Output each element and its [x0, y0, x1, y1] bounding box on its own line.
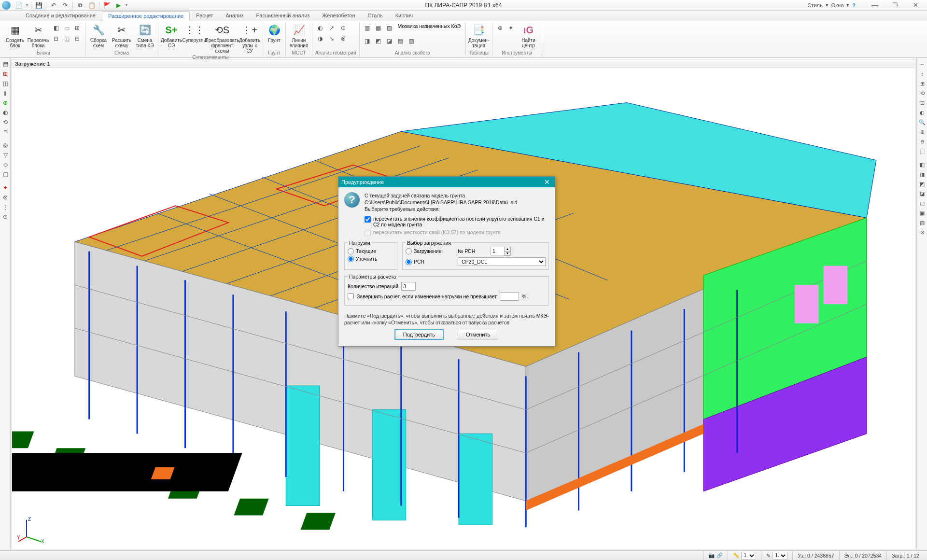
tool-icon[interactable]: ▽ [1, 151, 10, 159]
spin-down[interactable]: ▼ [505, 252, 510, 255]
tool-icon[interactable]: ◨ [918, 170, 927, 179]
sm-icon[interactable]: ◑ [315, 34, 325, 43]
sm-icon[interactable]: ↘ [327, 34, 337, 43]
radio-refine[interactable]: Уточнить [348, 256, 394, 262]
help-icon[interactable]: ? [852, 2, 856, 8]
tool-icon[interactable]: ⟲ [918, 89, 927, 98]
minimize-button[interactable]: — [865, 0, 885, 10]
rsn-spinner[interactable]: ▲▼ [491, 247, 511, 256]
tool-icon[interactable]: ≡ [1, 127, 10, 136]
tool-icon[interactable]: ◪ [918, 189, 927, 198]
tool-icon[interactable]: ⋮ [1, 203, 10, 211]
tab-calc[interactable]: Расчет [190, 11, 219, 21]
convert-fragment-button[interactable]: ⟲SПреобразовать фрагмент схемы [208, 23, 237, 54]
close-button[interactable]: ✕ [906, 0, 925, 10]
sm-icon[interactable]: ▤ [396, 36, 406, 46]
spin-up[interactable]: ▲ [505, 247, 510, 252]
sm-icon[interactable]: ⊗ [338, 34, 348, 43]
sm-icon[interactable]: ◪ [385, 36, 394, 46]
sm-icon[interactable]: ▦ [374, 23, 383, 33]
assemble-button[interactable]: 🔧Сборка схем [88, 23, 109, 48]
documentation-button[interactable]: 📑Докумен-тация [469, 23, 489, 48]
tool-icon[interactable]: ◫ [1, 79, 10, 88]
tool-icon[interactable]: ◧ [918, 160, 927, 169]
tool-icon[interactable]: ↕ [918, 70, 927, 78]
paste-icon[interactable]: 📋 [87, 1, 96, 10]
redo-icon[interactable]: ↷ [61, 1, 70, 10]
scale2-select[interactable]: 1. [772, 552, 787, 560]
tool-icon[interactable]: ▣ [918, 209, 927, 217]
sm-icon[interactable]: ▨ [407, 36, 417, 46]
run-icon[interactable]: ▶ [114, 1, 123, 10]
change-type-button[interactable]: 🔄Смена типа КЭ [135, 23, 155, 48]
tab-ext-analysis[interactable]: Расширенный анализ [250, 11, 316, 21]
add-nodes-su-button[interactable]: ⋮+Добавить узлы к СУ [239, 23, 260, 54]
tool-icon[interactable]: ◎ [1, 141, 10, 150]
sm-icon[interactable]: ▥ [363, 23, 372, 33]
tool-icon[interactable]: ⫿ [1, 89, 10, 98]
tool-icon[interactable]: ▢ [1, 170, 10, 179]
dialog-close-button[interactable]: ✕ [542, 178, 552, 186]
sm-icon[interactable]: ◫ [62, 34, 71, 43]
undo-icon[interactable]: ↶ [49, 1, 58, 10]
tab-steel[interactable]: Сталь [362, 11, 389, 21]
supernodes-button[interactable]: ⋮⋮Суперузлы [184, 23, 205, 43]
copy-icon[interactable]: ⧉ [76, 1, 84, 10]
radio-current[interactable]: Текущие [348, 248, 394, 254]
sm-icon[interactable]: ◨ [363, 36, 372, 46]
tab-extended-edit[interactable]: Расширенное редактирование [102, 11, 190, 21]
tool-icon[interactable]: ✦ [1, 183, 10, 192]
intersect-blocks-button[interactable]: ✂Пересечь блоки [28, 23, 48, 48]
sm-icon[interactable]: ◧ [51, 23, 61, 33]
tool-icon[interactable]: ◩ [918, 180, 927, 188]
pencil-icon[interactable]: ✎ [766, 553, 771, 559]
rsn-input[interactable] [491, 247, 504, 255]
tool-icon[interactable]: ⊞ [918, 79, 927, 88]
scale1-select[interactable]: 1. [741, 552, 756, 560]
chk-recalc-c1c2[interactable]: пересчитать значения коэффициентов посте… [365, 216, 549, 227]
sm-icon[interactable]: ◩ [374, 36, 383, 46]
create-block-button[interactable]: ▦Создать блок [5, 23, 25, 48]
sm-icon[interactable]: ▭ [62, 23, 71, 33]
soil-button[interactable]: 🌍Грунт [266, 23, 282, 43]
sm-icon[interactable]: ↗ [327, 23, 337, 33]
camera-icon[interactable]: 📷 [708, 552, 715, 559]
find-center-button[interactable]: ıGНайти центр [519, 23, 539, 48]
chk-recalc-c1c2-input[interactable] [365, 216, 371, 223]
chk-finish[interactable] [348, 293, 354, 299]
tool-icon[interactable]: ◇ [1, 160, 10, 169]
tool-icon[interactable]: ◐ [918, 108, 927, 117]
maximize-button[interactable]: ☐ [885, 0, 905, 10]
flag-icon[interactable]: 🚩 [102, 1, 111, 10]
save-icon[interactable]: 💾 [34, 1, 43, 10]
influence-lines-button[interactable]: 📈Линии влияния [289, 23, 309, 48]
radio-rsn[interactable]: РСН [406, 259, 454, 265]
radio-loading[interactable]: Загружение [406, 248, 454, 254]
tool-icon[interactable]: ▤ [1, 60, 10, 69]
tool-icon[interactable]: ↔ [918, 60, 927, 69]
cancel-button[interactable]: Отменить [458, 330, 498, 339]
tool-icon[interactable]: ▢ [918, 199, 927, 208]
tool-icon[interactable]: ◐ [1, 108, 10, 117]
tab-analysis[interactable]: Анализ [219, 11, 250, 21]
tool-icon[interactable]: ⊖ [918, 137, 927, 146]
confirm-button[interactable]: Подтвердить [395, 330, 443, 339]
tool-icon[interactable]: 🔍 [918, 118, 927, 126]
tool-icon[interactable]: ⊞ [1, 70, 10, 78]
tab-brick[interactable]: Кирпич [389, 11, 420, 21]
add-se-button[interactable]: S+Добавить СЭ [161, 23, 182, 48]
combo-rsn[interactable]: CP20_DCL [458, 257, 546, 266]
dialog-titlebar[interactable]: Предупреждение ✕ [338, 177, 555, 187]
sm-icon[interactable]: ✦ [506, 23, 516, 33]
tool-icon[interactable]: ⊡ [918, 98, 927, 107]
sm-icon[interactable]: ⊡ [51, 34, 61, 43]
ruler-icon[interactable]: 📏 [733, 552, 739, 559]
sm-icon[interactable]: ⊟ [72, 34, 82, 43]
tool-icon[interactable]: ⊕ [1, 98, 10, 107]
sm-icon[interactable]: ◐ [315, 23, 325, 33]
new-file-icon[interactable]: 📄 [14, 1, 23, 10]
tool-icon[interactable]: ⬚ [918, 147, 927, 155]
tool-icon[interactable]: ⟲ [1, 118, 10, 126]
sm-icon[interactable]: ⊕ [495, 23, 505, 33]
sm-icon[interactable]: ⊙ [338, 23, 348, 33]
